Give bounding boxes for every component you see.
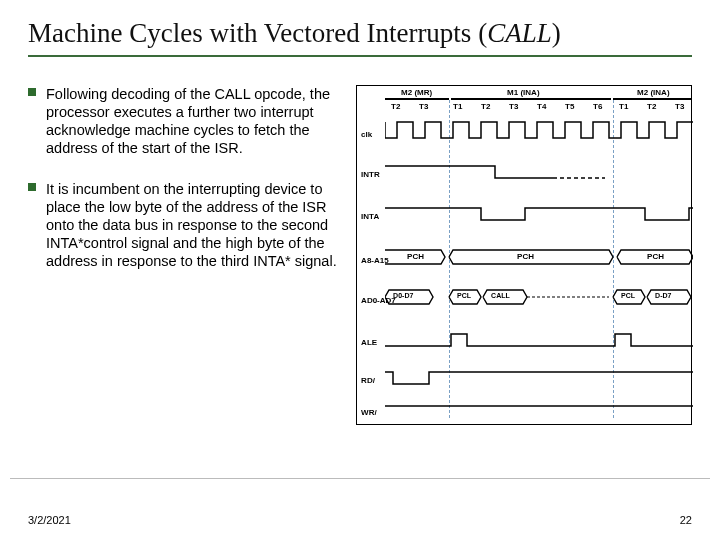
tstate-label: T4 [537,102,546,111]
signal-label: ALE [361,338,377,347]
tstate-label: T6 [593,102,602,111]
signal-label: INTA [361,212,379,221]
wr-wave [385,402,693,420]
list-item: It is incumbent on the interrupting devi… [28,180,344,271]
signal-label: clk [361,130,372,139]
bullet-text: It is incumbent on the interrupting devi… [46,180,344,271]
tstate-label: T1 [453,102,462,111]
title-ital: CALL [487,18,552,48]
footer-date: 3/2/2021 [28,514,71,526]
tstate-label: T2 [647,102,656,111]
square-bullet-icon [28,88,46,158]
bullet-list: Following decoding of the CALL opcode, t… [28,85,344,425]
page-number: 22 [680,514,692,526]
content-row: Following decoding of the CALL opcode, t… [28,85,692,425]
signal-label: WR/ [361,408,377,417]
bus-value: CALL [491,292,510,299]
title-close: ) [552,18,561,48]
intr-wave [385,162,693,182]
list-item: Following decoding of the CALL opcode, t… [28,85,344,158]
bus-value: D-D7 [655,292,671,299]
title-text: Machine Cycles with Vectored Interrupts … [28,18,487,48]
signal-label: INTR [361,170,380,179]
bus-value: PCH [517,252,534,261]
tstate-label: T2 [481,102,490,111]
footer-rule [10,478,710,479]
bullet-text: Following decoding of the CALL opcode, t… [46,85,344,158]
timing-diagram: M2 (MR) M1 (INA) M2 (INA) T2 T3 T1 T2 T3… [356,85,692,425]
page-title: Machine Cycles with Vectored Interrupts … [28,18,692,49]
bus-value: PCH [407,252,424,261]
bus-value: D0-D7 [393,292,413,299]
square-bullet-icon [28,183,46,271]
rd-wave [385,368,693,388]
cycle-label: M1 (INA) [507,88,539,97]
tstate-label: T1 [619,102,628,111]
bus-value: PCL [457,292,471,299]
cycle-label: M2 (INA) [637,88,669,97]
tstate-label: T3 [509,102,518,111]
data-bus [385,288,693,306]
clk-wave [385,118,693,142]
slide: Machine Cycles with Vectored Interrupts … [0,0,720,540]
tstate-label: T3 [419,102,428,111]
ale-wave [385,330,693,350]
cycle-label: M2 (MR) [401,88,432,97]
tstate-label: T2 [391,102,400,111]
bus-value: PCH [647,252,664,261]
title-rule: Machine Cycles with Vectored Interrupts … [28,18,692,57]
bus-value: PCL [621,292,635,299]
signal-label: RD/ [361,376,375,385]
tstate-label: T5 [565,102,574,111]
inta-wave [385,204,693,224]
tstate-label: T3 [675,102,684,111]
